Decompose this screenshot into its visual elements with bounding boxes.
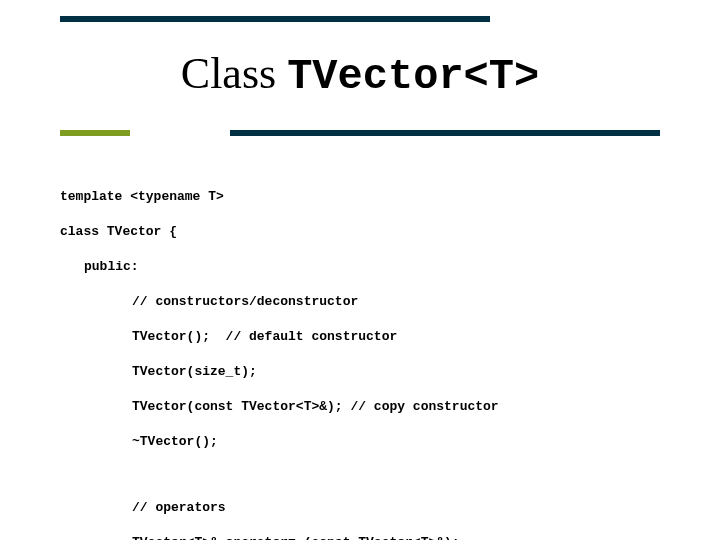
code-line: class TVector { <box>60 223 499 241</box>
code-line: template <typename T> <box>60 188 499 206</box>
code-line: TVector<T>& operator= (const TVector<T>&… <box>60 534 499 540</box>
blank-line <box>60 468 499 481</box>
top-accent-bar <box>60 16 490 22</box>
title-serif-part: Class <box>181 49 287 98</box>
slide-title: Class TVector<T> <box>0 48 720 101</box>
code-line: TVector(const TVector<T>&); // copy cons… <box>60 398 499 416</box>
code-line: public: <box>60 258 499 276</box>
code-line: // constructors/deconstructor <box>60 293 499 311</box>
accent-bar-short <box>60 130 130 136</box>
code-line: TVector(); // default constructor <box>60 328 499 346</box>
accent-bar-long <box>230 130 660 136</box>
code-line: // operators <box>60 499 499 517</box>
code-block: template <typename T> class TVector { pu… <box>60 170 499 540</box>
code-line: TVector(size_t); <box>60 363 499 381</box>
code-line: ~TVector(); <box>60 433 499 451</box>
title-mono-part: TVector<T> <box>287 53 539 101</box>
